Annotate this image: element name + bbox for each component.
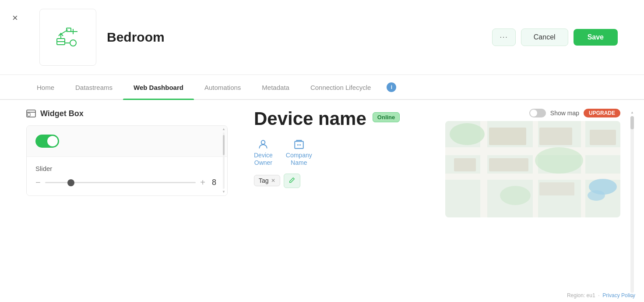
widget-box-header: Widget Box <box>26 109 228 118</box>
slider-thumb[interactable] <box>67 179 74 186</box>
page-title: Bedroom <box>107 30 492 45</box>
cancel-button[interactable]: Cancel <box>521 28 568 46</box>
info-icon[interactable]: i <box>387 82 396 92</box>
left-panel: Widget Box Slider − + 8 <box>0 109 236 300</box>
svg-point-24 <box>450 123 485 145</box>
toggle-switch[interactable] <box>35 135 59 148</box>
tag-label: Tag <box>259 177 269 184</box>
device-info-card: Device name Online DeviceOwner <box>254 109 436 300</box>
svg-point-26 <box>500 186 531 205</box>
device-owner-label: DeviceOwner <box>254 152 273 167</box>
device-company-label: CompanyName <box>286 152 312 167</box>
svg-point-25 <box>535 147 583 174</box>
device-meta-row: DeviceOwner CompanyName <box>254 139 436 167</box>
region-label: Region: eu1 <box>567 292 595 298</box>
header-actions: ··· Cancel Save <box>492 28 618 46</box>
svg-rect-23 <box>581 121 585 217</box>
main-content: Widget Box Slider − + 8 <box>0 100 644 300</box>
slider-plus-button[interactable]: + <box>200 178 205 188</box>
widget-box-title: Widget Box <box>40 109 84 118</box>
tags-row: Tag ✕ <box>254 174 436 188</box>
save-button[interactable]: Save <box>574 29 618 46</box>
widget-toggle <box>27 126 227 157</box>
svg-rect-31 <box>489 158 528 171</box>
device-name-row: Device name Online <box>254 109 436 134</box>
svg-rect-22 <box>533 121 538 217</box>
svg-point-2 <box>70 40 76 46</box>
svg-rect-33 <box>454 158 476 171</box>
tag-remove-button[interactable]: ✕ <box>271 178 275 184</box>
widget-scrollbar[interactable]: ▲ ▼ <box>222 126 225 195</box>
tag-edit-button[interactable] <box>284 174 300 188</box>
svg-rect-30 <box>539 128 572 145</box>
right-scroll-thumb <box>630 116 634 129</box>
slider-track[interactable] <box>45 182 196 183</box>
tag-pill: Tag ✕ <box>254 175 280 186</box>
map-section: Show map UPGRADE <box>445 109 620 300</box>
svg-rect-34 <box>590 130 616 145</box>
tab-automations[interactable]: Automations <box>194 75 251 99</box>
device-owner-item: DeviceOwner <box>254 139 273 167</box>
tab-metadata[interactable]: Metadata <box>251 75 300 99</box>
tab-connection-lifecycle[interactable]: Connection Lifecycle <box>300 75 381 99</box>
widget-list: Slider − + 8 ▲ ▼ <box>26 125 228 196</box>
svg-rect-29 <box>489 128 526 145</box>
company-icon <box>293 139 305 150</box>
upgrade-button[interactable]: UPGRADE <box>584 109 620 117</box>
slider-minus-button[interactable]: − <box>35 178 41 188</box>
right-scrollbar[interactable]: ▲ ▼ <box>629 109 635 300</box>
map-svg <box>445 121 620 217</box>
more-button[interactable]: ··· <box>492 28 515 46</box>
device-icon-box <box>39 9 96 66</box>
widget-slider: Slider − + 8 <box>27 157 227 195</box>
device-icon <box>53 22 83 53</box>
slider-row: − + 8 <box>35 178 218 188</box>
privacy-policy-link[interactable]: Privacy Policy <box>602 292 635 298</box>
right-scroll-up[interactable]: ▲ <box>630 110 634 114</box>
right-panel: Device name Online DeviceOwner <box>236 109 644 300</box>
scroll-up-arrow[interactable]: ▲ <box>222 128 225 131</box>
footer: Region: eu1 · Privacy Policy <box>567 292 635 298</box>
tab-web-dashboard[interactable]: Web Dashboard <box>123 75 194 99</box>
show-map-toggle[interactable] <box>529 109 546 117</box>
scroll-track <box>223 132 225 189</box>
svg-rect-12 <box>28 113 30 116</box>
status-badge: Online <box>373 112 400 122</box>
device-name: Device name <box>254 109 366 129</box>
scroll-thumb <box>223 135 225 155</box>
device-company-item: CompanyName <box>286 139 312 167</box>
svg-point-28 <box>588 190 605 201</box>
header: Bedroom ··· Cancel Save <box>0 0 644 75</box>
right-scroll-track <box>630 116 634 293</box>
scroll-down-arrow[interactable]: ▼ <box>222 190 225 194</box>
tab-home[interactable]: Home <box>26 75 65 99</box>
svg-rect-32 <box>539 182 574 195</box>
svg-point-13 <box>261 141 265 145</box>
slider-value: 8 <box>210 178 218 187</box>
owner-icon <box>257 139 269 150</box>
map-image <box>445 121 620 217</box>
tab-datastreams[interactable]: Datastreams <box>65 75 123 99</box>
show-map-label: Show map <box>550 110 579 117</box>
close-button[interactable]: × <box>12 12 18 24</box>
map-controls: Show map UPGRADE <box>445 109 620 117</box>
edit-icon <box>289 177 296 184</box>
tabs: Home Datastreams Web Dashboard Automatio… <box>0 75 644 100</box>
slider-label: Slider <box>35 165 218 172</box>
widget-box-icon <box>26 109 36 118</box>
